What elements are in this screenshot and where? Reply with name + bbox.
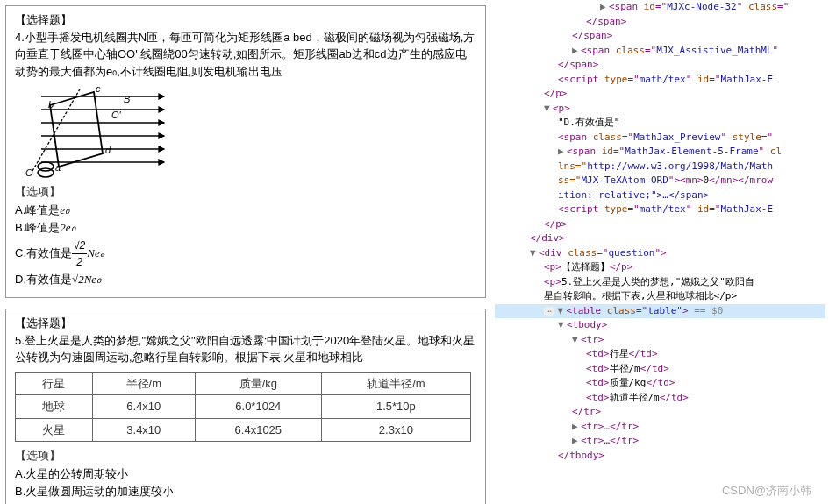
option-b: B.峰值是2e₀ [15,219,476,237]
table-header: 半径/m [92,372,195,395]
table-cell: 3.4x10 [92,418,195,442]
svg-text:a: a [55,162,61,173]
dom-node[interactable]: ▶<tr>…</tr> [495,434,825,449]
dom-node[interactable]: ▼<div class="question"> [495,246,825,261]
question-type-label: 【选择题】 [15,315,476,332]
svg-point-15 [38,168,54,177]
dom-node[interactable]: ▼<p> [495,102,825,117]
table-header: 行星 [16,372,93,395]
svg-text:O': O' [111,110,122,120]
question-body: 4.小型手摇发电机线圈共N匝，每匝可简化为矩形线圈a bed，磁极间的磁场视为匀… [15,29,476,81]
svg-marker-1 [159,94,164,99]
dom-node-close[interactable]: </p> [495,217,825,232]
dom-node[interactable]: ▶<span id="MathJax-Element-5-Frame" cl [495,145,825,160]
dom-node[interactable]: ▼<tbody> [495,318,825,333]
question-text: 小型手摇发电机线圈共N匝，每匝可简化为矩形线圈a bed，磁极间的磁场视为匀强磁… [15,31,475,78]
dom-node[interactable]: ▶<span id="MJXc-Node-32" class=" [495,0,825,15]
svg-text:O: O [25,167,33,178]
option-a: A.火星的公转周期较小 [15,465,476,483]
svg-marker-12 [50,92,103,167]
question-type-label: 【选择题】 [15,11,476,29]
dom-node[interactable]: ▶<span class="MJX_Assistive_MathML" [495,44,825,59]
dom-node-close[interactable]: </span> [495,15,825,30]
question-5: 【选择题】 5.登上火星是人类的梦想,"嫦娥之父"欧阳自远透露:中国计划于202… [5,309,486,504]
svg-marker-11 [159,160,164,165]
svg-text:c: c [96,83,101,94]
options-label: 【选项】 [15,183,476,201]
table-row: 地球 6.4x10 6.0*1024 1.5*10p [16,395,471,419]
table-header: 轨道半径/m [321,372,470,395]
dom-node[interactable]: <p>【选择题】</p> [495,260,825,275]
option-b: B.火星做圆周运动的加速度较小 [15,483,476,500]
table-cell: 6.4x1025 [195,418,321,442]
content-panel[interactable]: 【选择题】 4.小型手摇发电机线圈共N匝，每匝可简化为矩形线圈a bed，磁极间… [0,0,491,504]
table-row: 行星 半径/m 质量/kg 轨道半径/m [16,372,471,395]
option-d: D.有效值是√2Ne₀ [15,271,476,288]
dom-node-close[interactable]: </div> [495,231,825,246]
dom-text: 星自转影响。根据下表,火星和地球相比</p> [495,289,825,304]
option-a: A.峰值是e₀ [15,202,476,219]
planet-table: 行星 半径/m 质量/kg 轨道半径/m 地球 6.4x10 6.0*1024 … [15,372,471,443]
svg-text:d: d [105,145,111,155]
dom-node[interactable]: <script type="math/tex" id="MathJax-E [495,73,825,88]
table-cell: 火星 [16,418,93,442]
dom-node[interactable]: <td>质量/kg</td> [495,376,825,391]
dom-node[interactable]: <td>轨道半径/m</td> [495,391,825,406]
dom-node[interactable]: <td>半径/m</td> [495,362,825,377]
table-row: 火星 3.4x10 6.4x1025 2.3x10 [16,418,471,442]
table-cell: 地球 [16,395,93,419]
dom-node[interactable]: ▼<tr> [495,333,825,348]
dom-node[interactable]: <span class="MathJax_Preview" style=" [495,131,825,146]
question-4: 【选择题】 4.小型手摇发电机线圈共N匝，每匝可简化为矩形线圈a bed，磁极间… [5,5,486,298]
dom-text: ition: relative;">…</span> [495,188,825,203]
svg-marker-7 [159,133,164,138]
dom-text: lns="http://www.w3.org/1998/Math/Math [495,160,825,174]
dom-text: ss="MJX-TeXAtom-ORD"><mn>0</mn></mrow [495,174,825,188]
svg-text:b: b [48,99,54,110]
dom-node[interactable]: ▶<tr>…</tr> [495,420,825,435]
svg-marker-3 [159,107,164,112]
breakpoint-marker-icon[interactable]: ⋯ [544,307,554,316]
dom-node-close[interactable]: </span> [495,58,825,73]
question-text: 登上火星是人类的梦想,"嫦娥之父"欧阳自远透露:中国计划于2020年登陆火星。地… [15,334,475,365]
dom-node-close[interactable]: </span> [495,29,825,44]
dom-node[interactable]: <td>行星</td> [495,347,825,362]
question-number: 4. [15,31,25,44]
svg-marker-9 [159,146,164,152]
dom-node-close[interactable]: </tr> [495,405,825,420]
option-c: C.火星表面的重力加速度较大 [15,501,476,505]
question-number: 5. [15,334,25,347]
svg-line-13 [32,88,81,171]
question-body: 5.登上火星是人类的梦想,"嫦娥之父"欧阳自远透露:中国计划于2020年登陆火星… [15,332,476,366]
svg-text:B: B [124,94,130,104]
table-cell: 6.4x10 [92,395,195,419]
dom-node-close[interactable]: </p> [495,87,825,102]
option-c: C.有效值是√22Neₑ [15,238,476,270]
dom-text[interactable]: "D.有效值是" [495,116,825,131]
table-cell: 6.0*1024 [195,395,321,419]
dom-node[interactable]: <p>5.登上火星是人类的梦想,"嫦娥之父"欧阳自 [495,275,825,290]
dom-node[interactable]: <script type="math/tex" id="MathJax-E [495,202,825,217]
options-label: 【选项】 [15,447,476,465]
table-cell: 1.5*10p [321,395,470,419]
dom-node-selected[interactable]: ⋯▼<table class="table"> == $0 [495,304,825,319]
table-header: 质量/kg [195,372,321,395]
table-cell: 2.3x10 [321,418,470,442]
svg-marker-5 [159,120,164,125]
watermark: CSDN@济南小韩 [722,483,811,499]
devtools-elements-panel[interactable]: ▶<span id="MJXc-Node-32" class=" </span>… [491,0,829,504]
generator-diagram: c B O' d b a O [15,83,173,180]
dom-node-close[interactable]: </tbody> [495,449,825,464]
